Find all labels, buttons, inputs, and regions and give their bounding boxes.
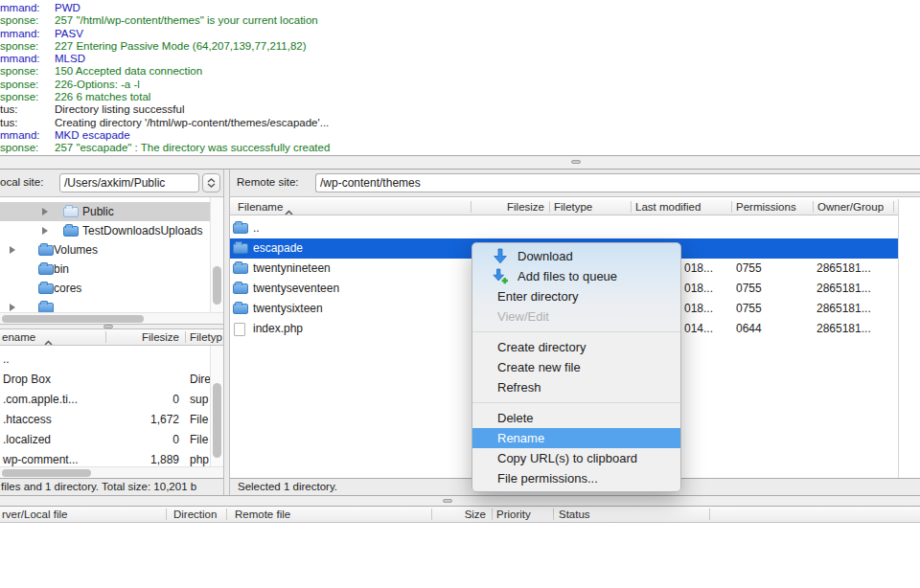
tree-item-label: bin: [54, 260, 69, 279]
disclosure-triangle-icon[interactable]: [10, 246, 15, 254]
scrollbar-thumb[interactable]: [213, 383, 221, 458]
file-modified: 018...: [684, 299, 713, 319]
local-site-path-input[interactable]: /Users/axkim/Public: [59, 173, 199, 192]
remote-site-path-input[interactable]: /wp-content/themes: [315, 173, 920, 192]
column-header-priority[interactable]: Priority: [496, 507, 531, 522]
column-divider[interactable]: [731, 201, 732, 213]
column-divider[interactable]: [813, 201, 814, 213]
column-divider[interactable]: [185, 331, 186, 343]
file-row-parent[interactable]: ..: [0, 350, 223, 370]
menu-item-copy-urls[interactable]: Copy URL(s) to clipboard: [472, 448, 680, 468]
column-header-last-modified[interactable]: Last modified: [635, 199, 701, 215]
disclosure-triangle-icon[interactable]: [10, 304, 15, 311]
menu-item-add-files-to-queue[interactable]: Add files to queue: [472, 266, 680, 286]
column-header-direction[interactable]: Direction: [173, 507, 217, 522]
column-divider[interactable]: [893, 201, 894, 213]
file-owner: 2865181...: [816, 299, 871, 319]
tree-item-cores[interactable]: cores: [0, 279, 210, 298]
panel-vertical-splitter[interactable]: [223, 170, 230, 495]
file-modified: 014...: [684, 319, 713, 339]
log-text: 226-Options: -a -l: [55, 79, 140, 91]
log-entry: mmand:PASV: [0, 28, 920, 40]
menu-item-download[interactable]: Download: [472, 246, 680, 266]
log-text: 257 "/html/wp-content/themes" is your cu…: [55, 14, 318, 27]
folder-icon: [233, 223, 248, 234]
menu-item-refresh[interactable]: Refresh: [472, 377, 680, 397]
column-divider[interactable]: [553, 509, 554, 520]
menu-item-label: Copy URL(s) to clipboard: [497, 451, 637, 465]
column-divider[interactable]: [105, 331, 106, 343]
file-size: 0: [96, 430, 179, 450]
scrollbar-thumb[interactable]: [2, 469, 91, 477]
log-label: sponse:: [0, 142, 55, 154]
tree-item-bin[interactable]: bin: [0, 260, 210, 279]
folder-icon: [233, 283, 248, 294]
column-header-remote-file[interactable]: Remote file: [235, 507, 290, 522]
file-name: index.php: [253, 319, 303, 339]
chevron-down-icon: [207, 183, 216, 188]
disclosure-triangle-icon[interactable]: [42, 227, 48, 235]
column-header-owner-group[interactable]: Owner/Group: [817, 199, 884, 215]
scrollbar-thumb[interactable]: [213, 266, 221, 305]
column-divider[interactable]: [166, 509, 167, 520]
menu-item-create-directory[interactable]: Create directory: [472, 337, 680, 357]
local-status-bar: files and 1 directory. Total size: 10,20…: [0, 478, 223, 495]
column-header-filetype[interactable]: Filetype: [554, 199, 592, 215]
log-entry: mmand:PWD: [0, 2, 920, 14]
column-header-filesize[interactable]: Filesize: [109, 329, 179, 345]
column-divider[interactable]: [709, 509, 710, 520]
local-panel: ocal site: /Users/axkim/Public Public Te…: [0, 170, 223, 495]
menu-separator: [472, 331, 680, 332]
tree-item-partial[interactable]: [0, 298, 210, 312]
column-header-filetype[interactable]: Filetyp: [190, 329, 222, 345]
column-header-filesize[interactable]: Filesize: [479, 199, 544, 215]
menu-item-file-permissions[interactable]: File permissions...: [472, 468, 680, 488]
tree-vertical-scrollbar: [210, 197, 223, 312]
log-label: mmand:: [0, 129, 55, 142]
log-entry: sponse:257 "escapade" : The directory wa…: [0, 142, 920, 154]
log-label: sponse:: [0, 65, 55, 78]
file-name: twentynineteen: [253, 259, 331, 279]
column-divider[interactable]: [431, 509, 432, 520]
log-entry: mmand:MLSD: [0, 53, 920, 65]
column-divider[interactable]: [471, 201, 472, 213]
queue-header: rver/Local file Direction Remote file Si…: [0, 507, 920, 523]
log-label: mmand:: [0, 28, 55, 40]
column-header-status[interactable]: Status: [559, 507, 590, 522]
file-size: 0: [96, 390, 179, 410]
log-label: sponse:: [0, 91, 55, 103]
column-divider[interactable]: [226, 509, 227, 520]
column-header-filename[interactable]: Filename: [238, 199, 283, 215]
column-header-size[interactable]: Size: [441, 507, 486, 522]
file-row-wp-comment[interactable]: wp-comment... 1,889 php: [0, 450, 223, 466]
log-panel-splitter[interactable]: [0, 155, 920, 170]
context-menu: Download Add files to queue Enter direct…: [472, 242, 681, 492]
menu-item-enter-directory[interactable]: Enter directory: [472, 286, 680, 306]
menu-item-rename[interactable]: Rename: [472, 428, 680, 448]
column-divider[interactable]: [631, 201, 632, 213]
file-row-htaccess[interactable]: .htaccess 1,672 File: [0, 410, 223, 430]
site-history-stepper[interactable]: [202, 173, 220, 192]
column-header-permissions[interactable]: Permissions: [736, 199, 796, 215]
file-name: twentyseventeen: [253, 279, 339, 299]
column-divider[interactable]: [549, 201, 550, 213]
file-row-com-apple[interactable]: .com.apple.ti... 0 sup: [0, 390, 223, 410]
tree-item-testdownloadsuploads[interactable]: TestDownloadsUploads: [0, 221, 210, 240]
file-type: File: [190, 410, 208, 430]
disclosure-triangle-icon[interactable]: [42, 208, 48, 215]
tree-item-volumes[interactable]: Volumes: [0, 240, 210, 260]
file-row-localized[interactable]: .localized 0 File: [0, 430, 223, 450]
column-divider[interactable]: [492, 509, 493, 520]
column-header-filename[interactable]: ename: [2, 329, 35, 345]
remote-row-parent[interactable]: ..: [230, 218, 898, 238]
column-header-server-local-file[interactable]: rver/Local file: [2, 507, 67, 522]
file-name: ..: [3, 350, 10, 370]
remote-site-bar: Remote site: /wp-content/themes: [230, 170, 920, 197]
file-name: twentysixteen: [253, 299, 323, 319]
menu-item-create-new-file[interactable]: Create new file: [472, 357, 680, 377]
tree-item-public[interactable]: Public: [0, 202, 210, 221]
file-row-dropbox[interactable]: Drop Box Dire: [0, 370, 223, 390]
menu-item-delete[interactable]: Delete: [472, 408, 680, 428]
queue-panel-splitter[interactable]: [0, 495, 920, 507]
scrollbar-thumb[interactable]: [2, 315, 144, 323]
